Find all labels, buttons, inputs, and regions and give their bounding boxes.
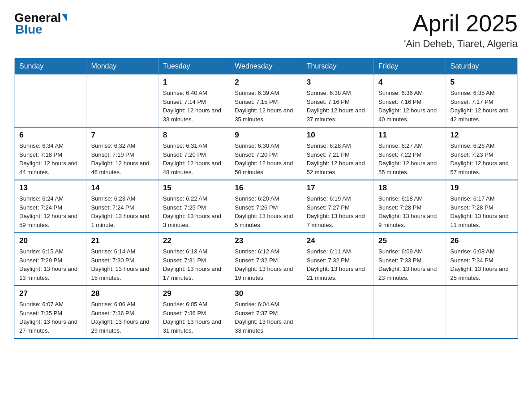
calendar-day-20: 20Sunrise: 6:15 AMSunset: 7:29 PMDayligh… [15,233,86,286]
page-title: April 2025 [404,11,518,36]
day-number: 13 [19,184,82,193]
weekday-header-monday: Monday [86,58,158,75]
calendar-day-16: 16Sunrise: 6:20 AMSunset: 7:26 PMDayligh… [230,180,302,233]
day-number: 19 [450,184,513,193]
day-info: Sunrise: 6:05 AMSunset: 7:36 PMDaylight:… [163,300,225,335]
calendar-week-row: 1Sunrise: 6:40 AMSunset: 7:14 PMDaylight… [15,75,518,128]
day-info: Sunrise: 6:14 AMSunset: 7:30 PMDaylight:… [91,247,153,282]
calendar-day-25: 25Sunrise: 6:09 AMSunset: 7:33 PMDayligh… [374,233,446,286]
calendar-week-row: 6Sunrise: 6:34 AMSunset: 7:18 PMDaylight… [15,127,518,180]
calendar-body: 1Sunrise: 6:40 AMSunset: 7:14 PMDaylight… [15,75,518,339]
day-info: Sunrise: 6:26 AMSunset: 7:23 PMDaylight:… [450,141,513,176]
day-number: 17 [307,184,369,193]
calendar-header: SundayMondayTuesdayWednesdayThursdayFrid… [15,58,518,75]
day-number: 30 [235,289,297,298]
day-info: Sunrise: 6:20 AMSunset: 7:26 PMDaylight:… [235,194,297,229]
calendar-day-4: 4Sunrise: 6:36 AMSunset: 7:16 PMDaylight… [374,75,446,128]
calendar-day-13: 13Sunrise: 6:24 AMSunset: 7:24 PMDayligh… [15,180,86,233]
day-number: 23 [235,236,297,245]
calendar-day-23: 23Sunrise: 6:12 AMSunset: 7:32 PMDayligh… [230,233,302,286]
calendar-day-3: 3Sunrise: 6:38 AMSunset: 7:16 PMDaylight… [302,75,373,128]
calendar-day-9: 9Sunrise: 6:30 AMSunset: 7:20 PMDaylight… [230,127,302,180]
weekday-header-wednesday: Wednesday [230,58,302,75]
day-number: 21 [91,236,153,245]
calendar-day-2: 2Sunrise: 6:39 AMSunset: 7:15 PMDaylight… [230,75,302,128]
day-info: Sunrise: 6:09 AMSunset: 7:33 PMDaylight:… [378,247,441,282]
calendar-day-30: 30Sunrise: 6:04 AMSunset: 7:37 PMDayligh… [230,286,302,338]
day-number: 1 [163,78,225,87]
weekday-header-row: SundayMondayTuesdayWednesdayThursdayFrid… [15,58,518,75]
day-info: Sunrise: 6:23 AMSunset: 7:24 PMDaylight:… [91,194,153,229]
day-number: 6 [19,131,82,140]
day-info: Sunrise: 6:38 AMSunset: 7:16 PMDaylight:… [307,89,369,124]
day-info: Sunrise: 6:11 AMSunset: 7:32 PMDaylight:… [307,247,369,282]
day-number: 14 [91,184,153,193]
day-number: 4 [378,78,441,87]
title-block: April 2025 'Ain Deheb, Tiaret, Algeria [404,11,518,50]
day-info: Sunrise: 6:36 AMSunset: 7:16 PMDaylight:… [378,89,441,124]
page-header: General Blue April 2025 'Ain Deheb, Tiar… [14,11,518,50]
day-info: Sunrise: 6:17 AMSunset: 7:28 PMDaylight:… [450,194,513,229]
weekday-header-friday: Friday [374,58,446,75]
calendar-day-29: 29Sunrise: 6:05 AMSunset: 7:36 PMDayligh… [158,286,230,338]
calendar-day-8: 8Sunrise: 6:31 AMSunset: 7:20 PMDaylight… [158,127,230,180]
day-number: 20 [19,236,82,245]
day-info: Sunrise: 6:22 AMSunset: 7:25 PMDaylight:… [163,194,225,229]
day-info: Sunrise: 6:19 AMSunset: 7:27 PMDaylight:… [307,194,369,229]
day-number: 15 [163,184,225,193]
weekday-header-sunday: Sunday [15,58,86,75]
day-number: 26 [450,236,513,245]
day-number: 25 [378,236,441,245]
day-number: 27 [19,289,82,298]
calendar-day-6: 6Sunrise: 6:34 AMSunset: 7:18 PMDaylight… [15,127,86,180]
day-number: 18 [378,184,441,193]
day-info: Sunrise: 6:12 AMSunset: 7:32 PMDaylight:… [235,247,297,282]
day-number: 22 [163,236,225,245]
page-subtitle: 'Ain Deheb, Tiaret, Algeria [404,38,518,50]
calendar-table: SundayMondayTuesdayWednesdayThursdayFrid… [14,58,518,339]
day-info: Sunrise: 6:04 AMSunset: 7:37 PMDaylight:… [235,300,297,335]
calendar-day-17: 17Sunrise: 6:19 AMSunset: 7:27 PMDayligh… [302,180,373,233]
day-info: Sunrise: 6:24 AMSunset: 7:24 PMDaylight:… [19,194,82,229]
day-number: 10 [307,131,369,140]
day-number: 12 [450,131,513,140]
day-number: 9 [235,131,297,140]
day-number: 5 [450,78,513,87]
logo-blue-text: Blue [14,22,67,37]
day-number: 16 [235,184,297,193]
day-number: 29 [163,289,225,298]
day-info: Sunrise: 6:15 AMSunset: 7:29 PMDaylight:… [19,247,82,282]
calendar-day-12: 12Sunrise: 6:26 AMSunset: 7:23 PMDayligh… [446,127,517,180]
calendar-empty-cell [302,286,373,338]
day-number: 11 [378,131,441,140]
calendar-day-15: 15Sunrise: 6:22 AMSunset: 7:25 PMDayligh… [158,180,230,233]
weekday-header-tuesday: Tuesday [158,58,230,75]
calendar-week-row: 27Sunrise: 6:07 AMSunset: 7:35 PMDayligh… [15,286,518,338]
calendar-day-22: 22Sunrise: 6:13 AMSunset: 7:31 PMDayligh… [158,233,230,286]
calendar-empty-cell [86,75,158,128]
day-number: 24 [307,236,369,245]
calendar-empty-cell [15,75,86,128]
calendar-day-7: 7Sunrise: 6:32 AMSunset: 7:19 PMDaylight… [86,127,158,180]
calendar-empty-cell [446,286,517,338]
calendar-day-24: 24Sunrise: 6:11 AMSunset: 7:32 PMDayligh… [302,233,373,286]
logo-triangle-icon [62,14,67,22]
calendar-day-14: 14Sunrise: 6:23 AMSunset: 7:24 PMDayligh… [86,180,158,233]
day-info: Sunrise: 6:35 AMSunset: 7:17 PMDaylight:… [450,89,513,124]
calendar-day-27: 27Sunrise: 6:07 AMSunset: 7:35 PMDayligh… [15,286,86,338]
logo: General Blue [14,11,67,37]
day-info: Sunrise: 6:34 AMSunset: 7:18 PMDaylight:… [19,141,82,176]
day-info: Sunrise: 6:13 AMSunset: 7:31 PMDaylight:… [163,247,225,282]
day-number: 8 [163,131,225,140]
day-number: 7 [91,131,153,140]
day-info: Sunrise: 6:28 AMSunset: 7:21 PMDaylight:… [307,141,369,176]
day-info: Sunrise: 6:40 AMSunset: 7:14 PMDaylight:… [163,89,225,124]
weekday-header-thursday: Thursday [302,58,373,75]
day-info: Sunrise: 6:39 AMSunset: 7:15 PMDaylight:… [235,89,297,124]
day-info: Sunrise: 6:06 AMSunset: 7:36 PMDaylight:… [91,300,153,335]
day-number: 28 [91,289,153,298]
calendar-day-19: 19Sunrise: 6:17 AMSunset: 7:28 PMDayligh… [446,180,517,233]
calendar-day-11: 11Sunrise: 6:27 AMSunset: 7:22 PMDayligh… [374,127,446,180]
calendar-day-1: 1Sunrise: 6:40 AMSunset: 7:14 PMDaylight… [158,75,230,128]
calendar-day-26: 26Sunrise: 6:08 AMSunset: 7:34 PMDayligh… [446,233,517,286]
